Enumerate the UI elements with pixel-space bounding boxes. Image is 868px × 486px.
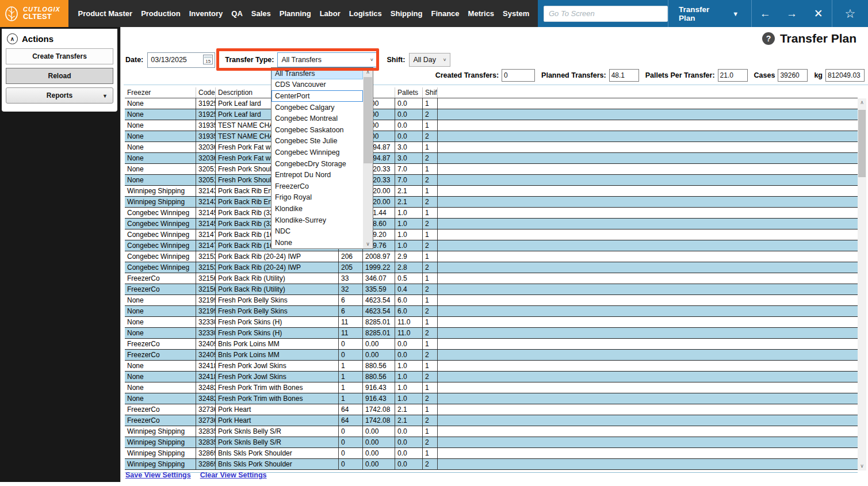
table-row[interactable]: FreezerCo32736Pork Heart641742.082.11 <box>125 404 858 415</box>
nav-item-finance[interactable]: Finance <box>427 9 464 18</box>
table-row[interactable]: Congebec Winnipeg32147Pork Back Rib (16-… <box>125 229 858 240</box>
stat-value-input[interactable] <box>778 69 808 82</box>
create-transfers-button[interactable]: Create Transfers <box>6 48 113 64</box>
dropdown-item-congebecdry-storage[interactable]: CongebecDry Storage <box>272 158 363 170</box>
nav-item-system[interactable]: System <box>499 9 534 18</box>
stat-value-input[interactable] <box>609 69 639 82</box>
table-row[interactable]: None32051Fresh Pork Shoulder Skins76920.… <box>125 175 858 186</box>
nav-item-product-master[interactable]: Product Master <box>74 9 137 18</box>
table-row[interactable]: None31935TEST NAME CHANGE00.000.01 <box>125 120 858 131</box>
table-row[interactable]: None32199Fresh Pork Belly Skins64623.546… <box>125 306 858 317</box>
scrollbar-thumb[interactable] <box>858 110 866 177</box>
table-row[interactable]: Winnipeg Shipping32143Pork Back Rib Ends… <box>125 197 858 208</box>
dropdown-item-entrepot-du-nord[interactable]: Entrepot Du Nord <box>272 169 363 181</box>
forward-button[interactable]: → <box>778 0 805 27</box>
nav-item-inventory[interactable]: Inventory <box>185 9 227 18</box>
clear-view-settings-link[interactable]: Clear View Settings <box>200 471 267 479</box>
column-header-code[interactable]: Code <box>196 87 216 98</box>
table-row[interactable]: None31925Pork Leaf lard00.000.02 <box>125 109 858 120</box>
table-row[interactable]: Congebec Winnipeg32145Pork Back Rib (32-… <box>125 219 858 229</box>
calendar-icon[interactable]: 15 <box>203 55 213 64</box>
table-row[interactable]: Winnipeg Shipping32143Pork Back Rib Ends… <box>125 186 858 197</box>
nav-item-sales[interactable]: Sales <box>247 9 275 18</box>
dropdown-item-congebec-montreal[interactable]: Congebec Montreal <box>272 113 363 124</box>
table-row[interactable]: FreezerCo32156Pork Back Rib (Utility)333… <box>125 273 858 284</box>
date-input[interactable] <box>148 55 201 64</box>
cell-shift: 2 <box>423 219 438 229</box>
table-row[interactable]: Congebec Winnipeg32147Pork Back Rib (16-… <box>125 240 858 251</box>
table-row[interactable]: None32036Fresh Pork Fat with Skin32994.8… <box>125 153 858 164</box>
go-to-screen-input[interactable] <box>544 6 668 22</box>
dropdown-scrollbar[interactable]: ∧ ∨ <box>363 68 373 248</box>
table-row[interactable]: None32482Fresh Pork Trim with Bones1916.… <box>125 393 858 404</box>
table-row[interactable]: FreezerCo32409Bnls Pork Loins MM00.000.0… <box>125 339 858 350</box>
dropdown-item-centerport[interactable]: CenterPort <box>272 90 363 102</box>
table-row[interactable]: Winnipeg Shipping32835Pork Sknls Belly S… <box>125 437 858 448</box>
reports-dropdown-button[interactable]: Reports ▼ <box>6 87 113 104</box>
table-row[interactable]: None31935TEST NAME CHANGE00.000.02 <box>125 131 858 142</box>
table-row[interactable]: FreezerCo32736Pork Heart641742.082.12 <box>125 415 858 426</box>
close-screen-button[interactable]: ✕ <box>805 0 832 27</box>
dropdown-item-frigo-royal[interactable]: Frigo Royal <box>272 192 363 204</box>
cell-pallets: 11.0 <box>395 317 423 327</box>
dropdown-item-none[interactable]: None <box>272 237 363 248</box>
table-row[interactable]: FreezerCo32156Pork Back Rib (Utility)323… <box>125 284 858 295</box>
cell-code: 31925 <box>196 109 216 120</box>
dropdown-item-congebec-winnipeg[interactable]: Congebec Winnipeg <box>272 147 363 158</box>
table-row[interactable]: None32036Fresh Pork Fat with Skin32994.8… <box>125 142 858 153</box>
collapse-panel-icon[interactable]: ∧ <box>7 33 18 44</box>
dropdown-item-ndc[interactable]: NDC <box>272 225 363 237</box>
nav-item-planning[interactable]: Planning <box>275 9 315 18</box>
nav-item-shipping[interactable]: Shipping <box>386 9 427 18</box>
table-row[interactable]: None32051Fresh Pork Shoulder Skins76920.… <box>125 164 858 175</box>
grid-vertical-scrollbar[interactable]: ∧ ∨ <box>858 98 866 470</box>
table-row[interactable]: None32330Fresh Pork Skins (H)118285.0111… <box>125 317 858 328</box>
column-header-pallets[interactable]: Pallets <box>395 87 423 98</box>
dropdown-item-congebec-saskatoon[interactable]: Congebec Saskatoon <box>272 124 363 136</box>
table-row[interactable]: None32482Fresh Pork Trim with Bones1916.… <box>125 382 858 393</box>
nav-item-production[interactable]: Production <box>137 9 185 18</box>
table-row[interactable]: None32330Fresh Pork Skins (H)118285.0111… <box>125 328 858 339</box>
nav-item-qa[interactable]: QA <box>227 9 247 18</box>
dropdown-item-klondike-surrey[interactable]: Klondike-Surrey <box>272 215 363 226</box>
scroll-down-icon[interactable]: ∨ <box>858 462 866 470</box>
column-header-freezer[interactable]: Freezer <box>125 87 196 98</box>
nav-item-logistics[interactable]: Logistics <box>345 9 386 18</box>
dropdown-item-congebec-ste-julie[interactable]: Congebec Ste Julie <box>272 136 363 147</box>
table-row[interactable]: Congebec Winnipeg32153Pork Back Rib (20-… <box>125 262 858 273</box>
stat-value-input[interactable] <box>718 69 748 82</box>
screen-selector-dropdown[interactable]: Transfer Plan ▼ <box>668 0 751 27</box>
table-row[interactable]: FreezerCo32409Bnls Pork Loins MM00.000.0… <box>125 350 858 361</box>
stat-value-input[interactable] <box>502 69 535 82</box>
app-logo[interactable]: CUTLOGIX CLTEST <box>0 0 68 27</box>
stat-value-input[interactable] <box>825 69 865 82</box>
scroll-up-icon[interactable]: ∧ <box>363 68 373 76</box>
table-row[interactable]: None32418Fresh Pork Jowl Skins1880.561.0… <box>125 361 858 372</box>
transfer-type-select[interactable]: All Transfers ∨ <box>277 52 377 67</box>
reload-button[interactable]: Reload <box>6 68 113 84</box>
scroll-up-icon[interactable]: ∧ <box>858 98 866 107</box>
nav-item-labor[interactable]: Labor <box>315 9 345 18</box>
dropdown-item-all-transfers[interactable]: All Transfers <box>272 68 363 79</box>
favorite-button[interactable]: ☆ <box>832 0 868 27</box>
table-row[interactable]: None32199Fresh Pork Belly Skins64623.546… <box>125 295 858 306</box>
table-row[interactable]: Congebec Winnipeg32153Pork Back Rib (20-… <box>125 251 858 262</box>
scroll-down-icon[interactable]: ∨ <box>363 240 373 248</box>
shift-select[interactable]: All Day ∨ <box>409 53 450 67</box>
help-icon[interactable]: ? <box>762 32 775 45</box>
dropdown-item-klondike[interactable]: Klondike <box>272 203 363 215</box>
back-button[interactable]: ← <box>752 0 778 27</box>
table-row[interactable]: Winnipeg Shipping32869Bnls Skls Pork Sho… <box>125 448 858 459</box>
dropdown-item-congebec-calgary[interactable]: Congebec Calgary <box>272 102 363 113</box>
table-row[interactable]: None31925Pork Leaf lard00.000.01 <box>125 98 858 109</box>
scrollbar-thumb[interactable] <box>364 77 372 163</box>
save-view-settings-link[interactable]: Save View Settings <box>125 471 191 479</box>
nav-item-metrics[interactable]: Metrics <box>464 9 499 18</box>
table-row[interactable]: Congebec Winnipeg32145Pork Back Rib (32-… <box>125 208 858 219</box>
table-row[interactable]: None32418Fresh Pork Jowl Skins1880.561.0… <box>125 372 858 382</box>
column-header-shift[interactable]: Shift <box>423 87 438 98</box>
table-row[interactable]: Winnipeg Shipping32869Bnls Skls Pork Sho… <box>125 459 858 470</box>
dropdown-item-freezerco[interactable]: FreezerCo <box>272 181 363 192</box>
table-row[interactable]: Winnipeg Shipping32835Pork Sknls Belly S… <box>125 426 858 437</box>
dropdown-item-cds-vancouver[interactable]: CDS Vancouver <box>272 79 363 91</box>
